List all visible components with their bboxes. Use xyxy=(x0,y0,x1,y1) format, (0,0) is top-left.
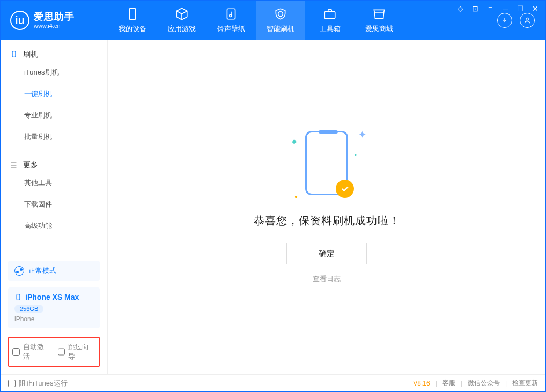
checkbox-block-itunes[interactable]: 阻止iTunes运行 xyxy=(8,379,68,388)
feedback-icon[interactable]: ⊡ xyxy=(470,4,480,13)
main-content: ✦ ✦ ● ● 恭喜您，保资料刷机成功啦！ 确定 查看日志 xyxy=(108,40,545,374)
dot-icon: ● xyxy=(354,152,357,157)
sidebar-head-flash: 刷机 xyxy=(1,48,107,62)
separator: | xyxy=(505,380,507,387)
skin-icon[interactable]: ◇ xyxy=(455,4,465,13)
nav-shop[interactable]: 爱思商城 xyxy=(355,1,404,40)
refresh-shield-icon xyxy=(274,7,287,21)
maximize-button[interactable]: ☐ xyxy=(515,4,525,13)
sidebar-item-itunes-flash[interactable]: iTunes刷机 xyxy=(24,62,107,83)
sparkle-icon: ✦ xyxy=(358,129,366,140)
dot-icon: ● xyxy=(294,194,298,199)
version-label: V8.16 xyxy=(413,380,430,387)
body: 刷机 iTunes刷机 一键刷机 专业刷机 批量刷机 ☰ 更多 其他工具 下载固… xyxy=(1,40,545,374)
link-wechat[interactable]: 微信公众号 xyxy=(468,379,500,388)
block-itunes-input[interactable] xyxy=(8,380,16,387)
nav-ringtones[interactable]: 铃声壁纸 xyxy=(206,1,256,40)
sidebar-section-more: ☰ 更多 其他工具 下载固件 高级功能 xyxy=(1,151,107,240)
close-button[interactable]: ✕ xyxy=(530,4,540,13)
logo-icon: iu xyxy=(10,11,29,30)
nav-apps[interactable]: 应用游戏 xyxy=(157,1,206,40)
device-type: iPhone xyxy=(14,315,93,323)
phone-small-icon xyxy=(14,293,22,301)
logo-letter: iu xyxy=(15,14,25,27)
skip-guide-label: 跳过向导 xyxy=(68,342,95,361)
download-button[interactable] xyxy=(497,13,512,28)
mode-label: 正常模式 xyxy=(28,266,56,276)
nav-label: 我的设备 xyxy=(119,24,146,34)
nav-flash[interactable]: 智能刷机 xyxy=(256,1,305,40)
sidebar-list-more: 其他工具 下载固件 高级功能 xyxy=(1,172,107,236)
sidebar-item-pro-flash[interactable]: 专业刷机 xyxy=(24,105,107,126)
nav-label: 智能刷机 xyxy=(267,24,294,34)
window-controls: ◇ ⊡ ≡ ─ ☐ ✕ xyxy=(455,4,540,13)
svg-rect-0 xyxy=(130,8,136,20)
header-actions xyxy=(497,13,545,28)
user-button[interactable] xyxy=(520,13,535,28)
section-title: 更多 xyxy=(23,160,38,170)
device-name: iPhone XS Max xyxy=(25,293,79,301)
svg-rect-5 xyxy=(12,51,16,57)
phone-illustration-icon xyxy=(305,131,348,195)
auto-activate-label: 自动激活 xyxy=(23,342,50,361)
phone-icon xyxy=(126,7,139,21)
separator: | xyxy=(436,380,437,387)
separator: | xyxy=(461,380,462,387)
list-icon: ☰ xyxy=(10,161,19,169)
sidebar-item-oneclick-flash[interactable]: 一键刷机 xyxy=(24,83,107,105)
titlebar: iu 爱思助手 www.i4.cn 我的设备 应用游戏 铃声壁纸 智能刷机 xyxy=(1,1,545,40)
success-message: 恭喜您，保资料刷机成功啦！ xyxy=(254,213,400,228)
menu-icon[interactable]: ≡ xyxy=(485,4,495,13)
success-illustration: ✦ ✦ ● ● xyxy=(305,131,348,195)
checkbox-skip-guide[interactable]: 跳过向导 xyxy=(58,342,96,361)
device-box[interactable]: iPhone XS Max 256GB iPhone xyxy=(8,287,100,328)
sidebar-head-more: ☰ 更多 xyxy=(1,158,107,172)
shop-icon xyxy=(372,7,386,21)
cube-icon xyxy=(175,7,189,21)
block-itunes-label: 阻止iTunes运行 xyxy=(19,379,68,388)
section-title: 刷机 xyxy=(23,50,38,60)
nav-label: 应用游戏 xyxy=(168,24,196,34)
sidebar-list-flash: iTunes刷机 一键刷机 专业刷机 批量刷机 xyxy=(1,62,107,147)
music-file-icon xyxy=(224,7,238,21)
device-name-row: iPhone XS Max xyxy=(14,293,93,301)
sidebar-item-advanced[interactable]: 高级功能 xyxy=(24,215,107,236)
nav-label: 工具箱 xyxy=(320,24,341,34)
skip-guide-input[interactable] xyxy=(58,348,65,356)
statusbar: 阻止iTunes运行 V8.16 | 客服 | 微信公众号 | 检查更新 xyxy=(1,374,545,391)
sidebar-item-batch-flash[interactable]: 批量刷机 xyxy=(24,126,107,147)
link-support[interactable]: 客服 xyxy=(442,379,455,388)
app-logo: iu 爱思助手 www.i4.cn xyxy=(1,11,108,30)
briefcase-icon xyxy=(323,7,337,21)
checkbox-auto-activate[interactable]: 自动激活 xyxy=(12,342,50,361)
sidebar-item-other-tools[interactable]: 其他工具 xyxy=(24,172,107,194)
sidebar-spacer xyxy=(1,240,107,257)
sidebar-item-download-fw[interactable]: 下载固件 xyxy=(24,194,107,215)
ok-button[interactable]: 确定 xyxy=(286,243,367,264)
minimize-button[interactable]: ─ xyxy=(500,4,510,13)
logo-text: 爱思助手 www.i4.cn xyxy=(34,11,75,30)
app-window: iu 爱思助手 www.i4.cn 我的设备 应用游戏 铃声壁纸 智能刷机 xyxy=(0,0,546,392)
check-badge-icon xyxy=(336,180,354,198)
app-name-en: www.i4.cn xyxy=(34,23,75,29)
mode-box[interactable]: 正常模式 xyxy=(8,261,100,281)
nav-toolbox[interactable]: 工具箱 xyxy=(305,1,355,40)
svg-rect-3 xyxy=(324,12,335,19)
link-update[interactable]: 检查更新 xyxy=(512,379,538,388)
statusbar-right: V8.16 | 客服 | 微信公众号 | 检查更新 xyxy=(413,379,538,388)
view-log-link[interactable]: 查看日志 xyxy=(313,274,341,284)
device-capacity: 256GB xyxy=(14,305,43,313)
auto-activate-input[interactable] xyxy=(12,348,20,356)
svg-point-4 xyxy=(526,18,529,20)
nav-label: 铃声壁纸 xyxy=(217,24,245,34)
svg-rect-6 xyxy=(17,294,20,300)
mode-icon xyxy=(14,266,24,276)
sidebar: 刷机 iTunes刷机 一键刷机 专业刷机 批量刷机 ☰ 更多 其他工具 下载固… xyxy=(1,40,108,374)
sparkle-icon: ✦ xyxy=(290,136,298,148)
flash-options-highlight: 自动激活 跳过向导 xyxy=(8,337,100,367)
app-name-zh: 爱思助手 xyxy=(34,11,75,23)
main-nav: 我的设备 应用游戏 铃声壁纸 智能刷机 工具箱 爱思商城 xyxy=(108,1,404,40)
svg-point-2 xyxy=(230,14,232,17)
nav-my-device[interactable]: 我的设备 xyxy=(108,1,157,40)
nav-label: 爱思商城 xyxy=(365,24,393,34)
